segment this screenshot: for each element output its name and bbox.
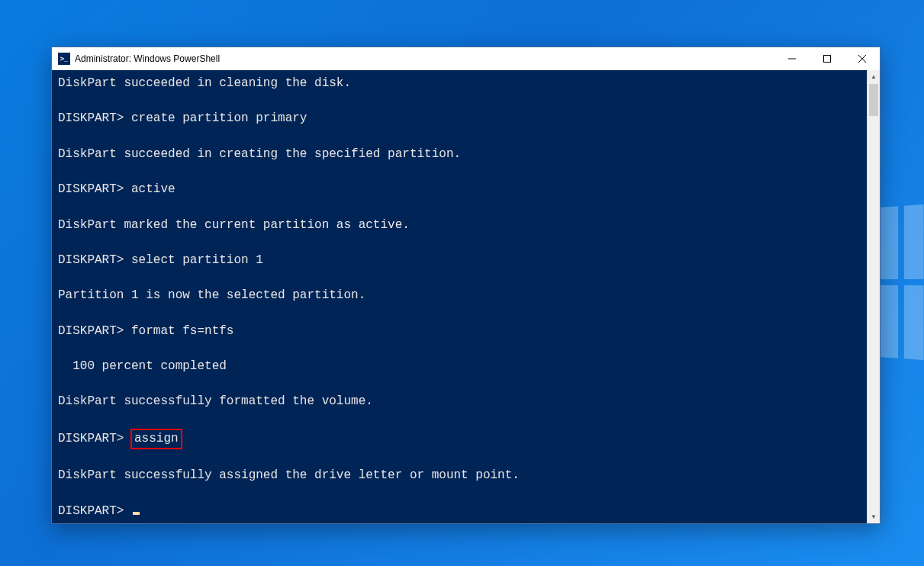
terminal-line: DISKPART> select partition 1 bbox=[58, 252, 867, 269]
cursor-icon bbox=[133, 512, 140, 515]
svg-rect-1 bbox=[824, 56, 831, 63]
prompt-text: DISKPART> bbox=[58, 504, 131, 518]
client-area: DiskPart succeeded in cleaning the disk.… bbox=[52, 70, 880, 523]
terminal-line: Partition 1 is now the selected partitio… bbox=[58, 287, 867, 304]
terminal-line bbox=[58, 234, 867, 252]
terminal-line: 100 percent completed bbox=[58, 358, 867, 375]
terminal-line: DISKPART> active bbox=[58, 181, 867, 198]
terminal-line: DiskPart succeeded in creating the speci… bbox=[58, 146, 867, 163]
terminal-line: DiskPart succeeded in cleaning the disk. bbox=[58, 75, 867, 92]
highlighted-command: assign bbox=[130, 429, 182, 449]
scroll-up-button[interactable]: ▲ bbox=[868, 70, 880, 83]
minimize-icon bbox=[788, 55, 796, 63]
vertical-scrollbar[interactable]: ▲ ▼ bbox=[867, 70, 880, 523]
terminal-line bbox=[58, 198, 867, 216]
powershell-window: >_ Administrator: Windows PowerShell Dis… bbox=[51, 47, 881, 524]
terminal-line: DiskPart successfully formatted the volu… bbox=[58, 393, 867, 410]
powershell-icon: >_ bbox=[58, 53, 70, 65]
terminal-line bbox=[58, 92, 867, 110]
terminal-line bbox=[58, 340, 867, 358]
terminal-line bbox=[58, 375, 867, 393]
terminal-prompt-line[interactable]: DISKPART> bbox=[58, 503, 867, 520]
terminal-line: DISKPART> create partition primary bbox=[58, 110, 867, 127]
titlebar[interactable]: >_ Administrator: Windows PowerShell bbox=[52, 47, 880, 70]
maximize-button[interactable] bbox=[810, 47, 845, 70]
terminal-line bbox=[58, 484, 867, 502]
prompt-text: DISKPART> bbox=[58, 432, 131, 445]
window-title: Administrator: Windows PowerShell bbox=[75, 53, 220, 64]
terminal-line-highlight: DISKPART> assign bbox=[58, 429, 867, 449]
terminal-line bbox=[58, 449, 867, 467]
minimize-button[interactable] bbox=[774, 47, 810, 70]
windows-logo-watermark bbox=[880, 204, 924, 360]
terminal-line bbox=[58, 304, 867, 322]
terminal-line: DiskPart marked the current partition as… bbox=[58, 217, 867, 234]
terminal-line bbox=[58, 269, 867, 287]
close-button[interactable] bbox=[845, 47, 880, 70]
terminal-line bbox=[58, 411, 867, 429]
close-icon bbox=[858, 55, 866, 63]
scroll-down-button[interactable]: ▼ bbox=[868, 510, 880, 523]
maximize-icon bbox=[823, 55, 831, 63]
terminal-output[interactable]: DiskPart succeeded in cleaning the disk.… bbox=[52, 70, 867, 523]
terminal-line: DISKPART> format fs=ntfs bbox=[58, 323, 867, 340]
scroll-thumb[interactable] bbox=[869, 84, 878, 116]
terminal-line: DiskPart successfully assigned the drive… bbox=[58, 467, 867, 484]
terminal-line bbox=[58, 128, 867, 146]
terminal-line bbox=[58, 163, 867, 181]
